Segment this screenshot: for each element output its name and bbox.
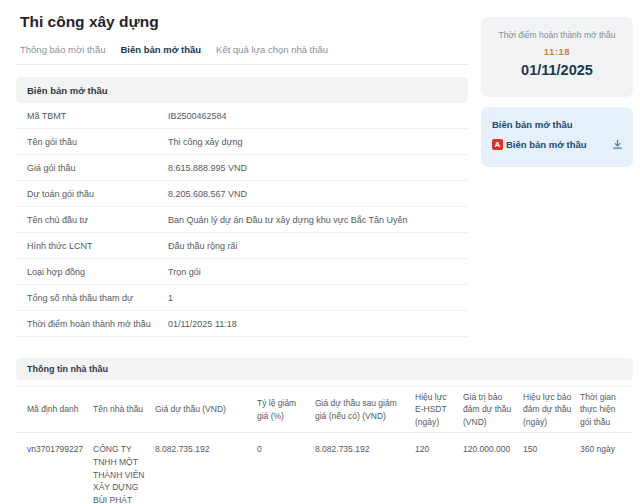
contractor-section: Thông tin nhà thầu Mã định danh Tên nhà … xyxy=(16,358,633,504)
detail-label: Dự toán gói thầu xyxy=(27,189,168,199)
detail-value: IB2500462584 xyxy=(168,111,227,121)
document-link[interactable]: Biên bản mở thầu xyxy=(506,139,587,150)
page-title: Thi công xây dựng xyxy=(16,13,468,31)
detail-row-ten-goi-thau: Tên gói thầu Thi công xây dựng xyxy=(16,129,468,155)
detail-label: Hình thức LCNT xyxy=(27,241,168,251)
document-card-title: Biên bản mở thầu xyxy=(492,119,623,130)
col-header-gia-tri-bao-dam: Giá trị bảo đảm dự thầu (VND) xyxy=(463,387,523,433)
col-header-ty-le-giam-gia: Tỷ lệ giảm giá (%) xyxy=(257,387,315,433)
sidebar: Thời điểm hoàn thành mở thầu 11:18 01/11… xyxy=(481,10,633,167)
detail-label: Loại hợp đồng xyxy=(27,267,168,277)
detail-row-thoi-diem-mo-thau: Thời điểm hoàn thành mở thầu 01/11/2025 … xyxy=(16,311,468,337)
detail-list: Mã TBMT IB2500462584 Tên gói thầu Thi cô… xyxy=(16,103,468,337)
detail-value: Ban Quản lý dự án Đầu tư xây dựng khu vự… xyxy=(168,215,408,225)
document-row: A Biên bản mở thầu xyxy=(492,139,623,150)
detail-row-hinh-thuc-lcnt: Hình thức LCNT Đấu thầu rộng rãi xyxy=(16,233,468,259)
detail-row-gia-goi-thau: Giá gói thầu 8.615.888.995 VND xyxy=(16,155,468,181)
detail-label: Thời điểm hoàn thành mở thầu xyxy=(27,319,168,329)
detail-label: Tên chủ đầu tư xyxy=(27,215,168,225)
detail-value: 8.205.608.567 VND xyxy=(168,189,247,199)
cell-thoi-gian-thuc-hien: 360 ngày xyxy=(580,433,633,504)
table-row: vn3701799227 CÔNG TY TNHH MỘT THÀNH VIÊN… xyxy=(16,433,633,504)
deadline-time: 11:18 xyxy=(481,46,633,57)
deadline-date: 01/11/2025 xyxy=(481,62,633,78)
tab-ket-qua-lua-chon[interactable]: Kết quả lựa chọn nhà thầu xyxy=(216,44,328,55)
pdf-icon: A xyxy=(492,139,503,150)
deadline-card: Thời điểm hoàn thành mở thầu 11:18 01/11… xyxy=(481,17,633,97)
tab-thong-bao-moi-thau[interactable]: Thông báo mời thầu xyxy=(20,44,105,55)
tab-bien-ban-mo-thau[interactable]: Biên bản mở thầu xyxy=(120,44,201,55)
detail-value: Thi công xây dựng xyxy=(168,137,243,147)
main-column: Thi công xây dựng Thông báo mời thầu Biê… xyxy=(16,10,468,337)
cell-gia-tri-bao-dam: 120.000.000 xyxy=(463,433,523,504)
detail-row-loai-hop-dong: Loại hợp đồng Trọn gói xyxy=(16,259,468,285)
detail-value: 01/11/2025 11:18 xyxy=(168,319,237,329)
detail-label: Tổng số nhà thầu tham dự xyxy=(27,293,168,303)
col-header-gia-sau-giam-gia: Giá dự thầu sau giảm giá (nếu có) (VND) xyxy=(315,387,415,433)
download-icon xyxy=(612,139,623,150)
table-header-row: Mã định danh Tên nhà thầu Giá dự thầu (V… xyxy=(16,387,633,433)
col-header-hieu-luc-ehsdt: Hiệu lực E-HSDT (ngày) xyxy=(415,387,463,433)
cell-ty-le-giam-gia: 0 xyxy=(257,433,315,504)
col-header-ma-dinh-danh: Mã định danh xyxy=(16,387,93,433)
col-header-gia-du-thau: Giá dự thầu (VND) xyxy=(155,387,257,433)
detail-value: Đấu thầu rộng rãi xyxy=(168,241,238,251)
detail-label: Giá gói thầu xyxy=(27,163,168,173)
detail-value: 8.615.888.995 VND xyxy=(168,163,247,173)
detail-row-du-toan: Dự toán gói thầu 8.205.608.567 VND xyxy=(16,181,468,207)
cell-hieu-luc-bao-dam: 150 xyxy=(523,433,580,504)
tab-bar: Thông báo mời thầu Biên bản mở thầu Kết … xyxy=(16,44,468,65)
col-header-hieu-luc-bao-dam: Hiệu lực bảo đảm dự thầu (ngày) xyxy=(523,387,580,433)
detail-value: Trọn gói xyxy=(168,267,201,277)
contractor-table: Mã định danh Tên nhà thầu Giá dự thầu (V… xyxy=(16,386,633,504)
download-button[interactable] xyxy=(612,139,623,150)
cell-ten-nha-thau: CÔNG TY TNHH MỘT THÀNH VIÊN XÂY DỰNG BÙI… xyxy=(93,433,155,504)
detail-row-ma-tbmt: Mã TBMT IB2500462584 xyxy=(16,103,468,129)
document-card: Biên bản mở thầu A Biên bản mở thầu xyxy=(481,107,633,167)
cell-ma-dinh-danh: vn3701799227 xyxy=(16,433,93,504)
section-header-thong-tin-nha-thau: Thông tin nhà thầu xyxy=(16,358,633,380)
detail-label: Tên gói thầu xyxy=(27,137,168,147)
cell-hieu-luc-ehsdt: 120 xyxy=(415,433,463,504)
detail-row-chu-dau-tu: Tên chủ đầu tư Ban Quản lý dự án Đầu tư … xyxy=(16,207,468,233)
detail-label: Mã TBMT xyxy=(27,111,168,121)
col-header-ten-nha-thau: Tên nhà thầu xyxy=(93,387,155,433)
col-header-thoi-gian-thuc-hien: Thời gian thực hiện gói thầu xyxy=(580,387,633,433)
cell-gia-du-thau: 8.082.735.192 xyxy=(155,433,257,504)
deadline-label: Thời điểm hoàn thành mở thầu xyxy=(481,30,633,40)
section-header-bien-ban-mo-thau: Biên bản mở thầu xyxy=(16,77,468,103)
cell-gia-sau-giam-gia: 8.082.735.192 xyxy=(315,433,415,504)
bid-detail-page: Thi công xây dựng Thông báo mời thầu Biê… xyxy=(0,0,640,504)
detail-row-tong-so-nha-thau: Tổng số nhà thầu tham dự 1 xyxy=(16,285,468,311)
detail-value: 1 xyxy=(168,293,173,303)
